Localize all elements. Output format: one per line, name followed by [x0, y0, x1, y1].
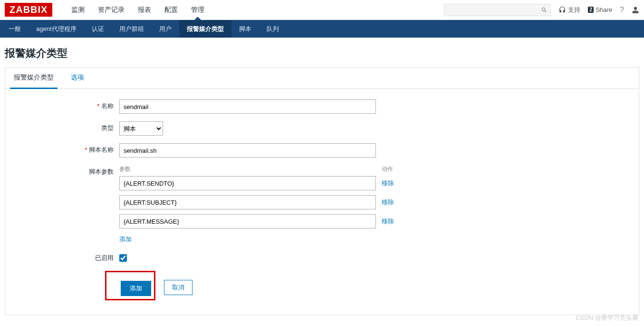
subnav-usergroups[interactable]: 用户群组 [112, 20, 152, 38]
footer: Zabbix 4.2.6. © 2001–2019, Zabbix SIA [0, 320, 644, 327]
headset-icon [558, 6, 566, 14]
search-box[interactable] [444, 4, 551, 16]
param-input-0[interactable] [119, 176, 376, 190]
tab-options[interactable]: 选项 [67, 68, 88, 89]
share-label: Share [596, 6, 612, 13]
param-remove-2[interactable]: 移除 [382, 217, 394, 226]
param-remove-0[interactable]: 移除 [382, 179, 394, 188]
subnav-proxy[interactable]: agent代理程序 [29, 20, 84, 38]
user-icon [632, 6, 639, 14]
scriptname-label: 脚本名称 [10, 143, 119, 154]
help-icon: ? [620, 6, 624, 14]
top-nav: 监测 资产记录 报表 配置 管理 [65, 0, 211, 20]
sub-nav: 一般 agent代理程序 认证 用户群组 用户 报警媒介类型 脚本 队列 [0, 20, 644, 38]
search-input[interactable] [447, 6, 541, 13]
name-input[interactable] [119, 99, 376, 114]
params-label: 脚本参数 [10, 165, 119, 176]
form-card: 报警媒介类型 选项 名称 类型 脚本 脚本名称 脚本参数 参数 动作 [5, 67, 639, 315]
subnav-general[interactable]: 一般 [1, 20, 29, 38]
param-input-1[interactable] [119, 195, 376, 209]
topnav-monitor[interactable]: 监测 [65, 0, 91, 20]
support-label: 支持 [568, 6, 580, 14]
subnav-auth[interactable]: 认证 [84, 20, 112, 38]
submit-highlight: 添加 [105, 271, 155, 300]
cancel-button[interactable]: 取消 [164, 280, 192, 295]
topnav-reports[interactable]: 报表 [131, 0, 158, 20]
tab-mediatype[interactable]: 报警媒介类型 [10, 68, 58, 89]
topnav-admin[interactable]: 管理 [184, 0, 211, 20]
subnav-scripts[interactable]: 脚本 [231, 20, 259, 38]
form-tabs: 报警媒介类型 选项 [5, 68, 639, 89]
params-col-action: 动作 [376, 165, 393, 173]
top-bar: ZABBIX 监测 资产记录 报表 配置 管理 支持 Z Share ? [0, 0, 644, 20]
enabled-label: 已启用 [10, 251, 119, 262]
param-row-0: 移除 [119, 176, 414, 190]
subnav-queue[interactable]: 队列 [259, 20, 287, 38]
share-link[interactable]: Z Share [588, 6, 612, 13]
name-label: 名称 [10, 99, 119, 110]
share-badge-icon: Z [588, 7, 594, 13]
param-remove-1[interactable]: 移除 [382, 198, 394, 207]
submit-button[interactable]: 添加 [121, 281, 151, 296]
support-link[interactable]: 支持 [558, 6, 580, 14]
form-body: 名称 类型 脚本 脚本名称 脚本参数 参数 动作 [5, 89, 639, 315]
top-right: 支持 Z Share ? [444, 4, 639, 16]
scriptname-input[interactable] [119, 143, 376, 158]
type-label: 类型 [10, 121, 119, 132]
logo[interactable]: ZABBIX [5, 3, 52, 17]
subnav-mediatypes[interactable]: 报警媒介类型 [179, 20, 231, 38]
user-menu[interactable] [632, 6, 639, 14]
enabled-checkbox[interactable] [119, 254, 127, 262]
param-row-1: 移除 [119, 195, 414, 209]
params-col-param: 参数 [119, 165, 376, 173]
topnav-config[interactable]: 配置 [158, 0, 184, 20]
page-title: 报警媒介类型 [0, 38, 644, 67]
type-select[interactable]: 脚本 [119, 121, 163, 136]
subnav-users[interactable]: 用户 [152, 20, 179, 38]
param-row-2: 移除 [119, 214, 414, 228]
topnav-inventory[interactable]: 资产记录 [91, 0, 131, 20]
search-icon[interactable] [541, 7, 548, 13]
add-param-link[interactable]: 添加 [119, 235, 132, 244]
help-link[interactable]: ? [620, 6, 624, 14]
param-input-2[interactable] [119, 214, 376, 228]
